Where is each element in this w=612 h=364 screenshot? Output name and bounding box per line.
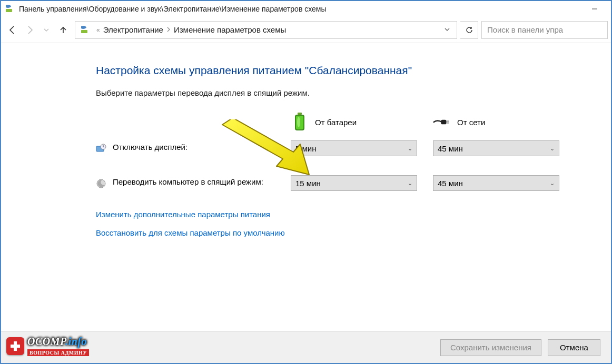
select-value: 45 мин xyxy=(438,179,463,188)
dialog-footer: Сохранить изменения Отмена xyxy=(1,331,611,363)
advanced-power-settings-link[interactable]: Изменить дополнительные параметры питани… xyxy=(96,210,590,219)
setting-row-sleep: Переводить компьютер в спящий режим: 15 … xyxy=(96,175,590,191)
chevron-down-icon: ⌄ xyxy=(408,145,412,152)
column-label: От сети xyxy=(457,118,485,127)
column-label: От батареи xyxy=(315,118,357,127)
svg-point-6 xyxy=(297,117,300,127)
setting-label: Отключать дисплей: xyxy=(113,143,187,151)
save-button[interactable]: Сохранить изменения xyxy=(440,339,541,356)
chevron-down-icon: ⌄ xyxy=(408,180,412,187)
explorer-toolbar: « Электропитание Изменение параметров сх… xyxy=(1,17,611,43)
cancel-button[interactable]: Отмена xyxy=(548,339,600,356)
page-title: Настройка схемы управления питанием "Сба… xyxy=(96,64,590,77)
breadcrumb-segment[interactable]: Электропитание xyxy=(102,23,164,36)
column-plugged-in: От сети xyxy=(433,113,575,131)
chevron-down-icon: ⌄ xyxy=(550,145,555,152)
svg-rect-7 xyxy=(441,120,446,125)
breadcrumb-segment[interactable]: Изменение параметров схемы xyxy=(173,23,287,36)
up-button[interactable] xyxy=(55,22,72,38)
content: Настройка схемы управления питанием "Сба… xyxy=(1,43,611,237)
address-dropdown-button[interactable] xyxy=(439,25,456,34)
svg-rect-8 xyxy=(447,120,449,122)
watermark-site: OCOMP xyxy=(27,336,65,347)
window-title: Панель управления\Оборудование и звук\Эл… xyxy=(19,5,327,13)
power-options-icon xyxy=(5,4,15,14)
svg-rect-1 xyxy=(592,9,597,9)
setting-label: Переводить компьютер в спящий режим: xyxy=(113,177,263,186)
watermark-logo-icon xyxy=(6,337,24,355)
address-bar[interactable]: « Электропитание Изменение параметров сх… xyxy=(75,21,457,39)
forward-button[interactable] xyxy=(21,22,38,38)
setting-row-display-off: Отключать дисплей: 5 мин ⌄ 45 мин ⌄ xyxy=(96,140,590,156)
moon-icon xyxy=(96,178,106,189)
restore-defaults-link[interactable]: Восстановить для схемы параметры по умол… xyxy=(96,228,590,237)
watermark: OCOMP.info ВОПРОСЫ АДМИНУ xyxy=(6,336,89,357)
chevron-down-icon: ⌄ xyxy=(550,180,555,187)
back-button[interactable] xyxy=(4,22,21,38)
titlebar: Панель управления\Оборудование и звук\Эл… xyxy=(1,1,611,17)
svg-rect-2 xyxy=(81,30,87,33)
window-controls xyxy=(583,2,607,16)
svg-rect-9 xyxy=(447,123,449,124)
refresh-button[interactable] xyxy=(460,21,478,39)
button-label: Сохранить изменения xyxy=(450,343,531,352)
display-off-battery-select[interactable]: 5 мин ⌄ xyxy=(291,140,417,156)
select-value: 15 мин xyxy=(295,179,321,188)
power-options-icon xyxy=(80,24,91,36)
monitor-clock-icon xyxy=(96,144,106,154)
recent-locations-button[interactable] xyxy=(38,22,55,38)
display-off-plugged-select[interactable]: 45 мин ⌄ xyxy=(433,140,559,156)
watermark-domain: .info xyxy=(65,336,87,347)
select-value: 5 мин xyxy=(295,144,317,153)
sleep-plugged-select[interactable]: 45 мин ⌄ xyxy=(433,175,559,191)
button-label: Отмена xyxy=(560,343,588,352)
battery-icon xyxy=(291,113,309,131)
chevron-right-icon xyxy=(166,26,171,34)
chevron-left-icon: « xyxy=(96,26,100,34)
window: Панель управления\Оборудование и звук\Эл… xyxy=(0,0,612,364)
watermark-tagline: ВОПРОСЫ АДМИНУ xyxy=(27,349,89,356)
search-placeholder: Поиск в панели упра xyxy=(487,25,563,34)
plug-icon xyxy=(433,113,451,131)
sleep-battery-select[interactable]: 15 мин ⌄ xyxy=(291,175,417,191)
minimize-button[interactable] xyxy=(583,2,607,16)
svg-rect-3 xyxy=(298,113,302,115)
column-on-battery: От батареи xyxy=(291,113,433,131)
page-subtitle: Выберите параметры перевода дисплея в сп… xyxy=(96,88,590,97)
column-headers: От батареи От сети xyxy=(96,113,590,131)
svg-rect-0 xyxy=(6,9,12,12)
select-value: 45 мин xyxy=(438,144,463,153)
search-input[interactable]: Поиск в панели упра xyxy=(481,21,608,39)
